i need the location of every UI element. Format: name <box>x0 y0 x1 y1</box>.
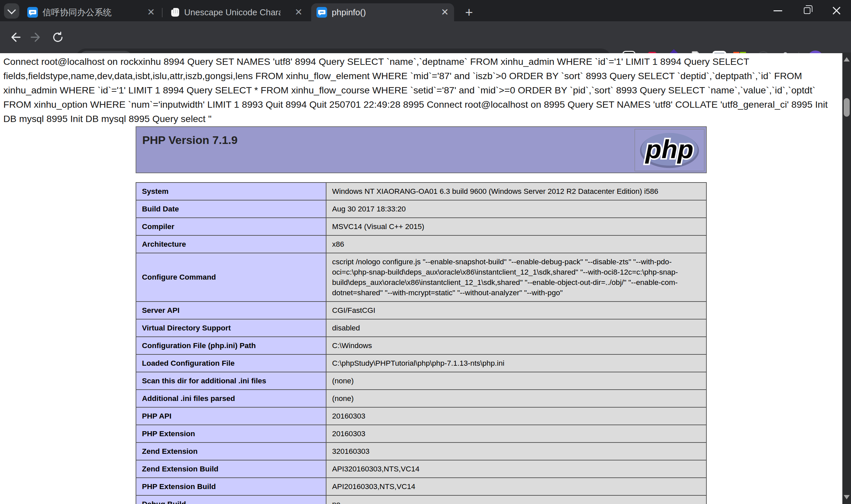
browser-toolbar: 不安全 172.22.1.18/onez3r0.php ABP 11 > Y <box>0 21 851 53</box>
info-label-cell: Compiler <box>136 218 326 235</box>
tab-search-button[interactable] <box>4 3 19 19</box>
info-value-cell: Windows NT XIAORANG-OA01 6.3 build 9600 … <box>326 182 706 200</box>
mysql-query-log: Connect root@localhost on rockxinhu 8994… <box>0 53 843 126</box>
xinhu-chat-icon <box>27 7 38 18</box>
tab-title: phpinfo() <box>332 7 366 18</box>
close-button[interactable] <box>822 0 851 21</box>
chevron-down-icon <box>7 6 16 14</box>
info-value-cell: C:\Windows <box>326 337 706 354</box>
phpinfo-container: PHP Version 7.1.9 php System Windows NT … <box>135 126 707 504</box>
reload-button[interactable] <box>51 30 65 44</box>
info-label-cell: Zend Extension Build <box>136 460 326 478</box>
tab-phpinfo[interactable]: phpinfo() ✕ <box>311 3 454 21</box>
info-value-cell: 320160303 <box>326 443 706 460</box>
new-tab-button[interactable]: + <box>461 5 477 20</box>
info-label-cell: PHP Extension <box>136 425 326 443</box>
tab-title: Unescape Unicode Characters - <box>184 7 280 18</box>
info-label-cell: PHP API <box>136 407 326 425</box>
fist-icon <box>169 7 180 18</box>
minimize-icon <box>774 10 782 11</box>
info-value-cell: cscript /nologo configure.js "--enable-s… <box>326 253 706 302</box>
restore-icon <box>804 7 811 14</box>
table-row: Loaded Configuration File C:\phpStudy\PH… <box>136 354 706 372</box>
info-label-cell: Zend Extension <box>136 443 326 460</box>
table-row: Zend Extension 320160303 <box>136 443 706 460</box>
info-value-cell: CGI/FastCGI <box>326 302 706 319</box>
info-label-cell: Debug Build <box>136 496 326 504</box>
reload-icon <box>52 31 64 43</box>
info-label-cell: Server API <box>136 302 326 319</box>
php-info-table-body: System Windows NT XIAORANG-OA01 6.3 buil… <box>136 182 706 504</box>
info-value-cell: disabled <box>326 319 706 337</box>
info-label-cell: Architecture <box>136 235 326 253</box>
restore-button[interactable] <box>793 0 822 21</box>
table-row: Virtual Directory Support disabled <box>136 319 706 337</box>
info-label-cell: Configuration File (php.ini) Path <box>136 337 326 354</box>
table-row: Scan this dir for additional .ini files … <box>136 372 706 390</box>
info-value-cell: API20160303,NTS,VC14 <box>326 478 706 496</box>
scroll-up-icon[interactable] <box>844 57 850 61</box>
close-icon <box>832 6 841 15</box>
back-icon <box>8 31 21 44</box>
info-label-cell: PHP Extension Build <box>136 478 326 496</box>
table-row: Configuration File (php.ini) Path C:\Win… <box>136 337 706 354</box>
phpinfo-header: PHP Version 7.1.9 php <box>135 126 707 173</box>
info-label-cell: Scan this dir for additional .ini files <box>136 372 326 390</box>
table-row: Compiler MSVC14 (Visual C++ 2015) <box>136 218 706 235</box>
info-value-cell: no <box>326 496 706 504</box>
page-content: Connect root@localhost on rockxinhu 8994… <box>0 53 843 504</box>
info-label-cell: System <box>136 182 326 200</box>
info-value-cell: C:\phpStudy\PHPTutorial\php\php-7.1.13-n… <box>326 354 706 372</box>
tab-close-icon[interactable]: ✕ <box>435 8 449 17</box>
table-row: Architecture x86 <box>136 235 706 253</box>
xinhu-chat-icon <box>316 7 327 18</box>
info-value-cell: MSVC14 (Visual C++ 2015) <box>326 218 706 235</box>
info-value-cell: (none) <box>326 372 706 390</box>
phpinfo-table: System Windows NT XIAORANG-OA01 6.3 buil… <box>135 182 707 504</box>
tab-title: 信呼协同办公系统 <box>42 7 112 18</box>
table-row: System Windows NT XIAORANG-OA01 6.3 buil… <box>136 182 706 200</box>
table-row: Configure Command cscript /nologo config… <box>136 253 706 302</box>
table-row: Build Date Aug 30 2017 18:33:20 <box>136 200 706 218</box>
tab-separator <box>162 8 163 17</box>
info-value-cell: (none) <box>326 390 706 407</box>
php-version-title: PHP Version 7.1.9 <box>136 127 706 147</box>
info-label-cell: Loaded Configuration File <box>136 354 326 372</box>
table-row: PHP Extension 20160303 <box>136 425 706 443</box>
scroll-down-icon[interactable] <box>844 495 850 499</box>
table-row: PHP API 20160303 <box>136 407 706 425</box>
info-value-cell: Aug 30 2017 18:33:20 <box>326 200 706 218</box>
table-row: Server API CGI/FastCGI <box>136 302 706 319</box>
table-row: Additional .ini files parsed (none) <box>136 390 706 407</box>
table-row: Zend Extension Build API320160303,NTS,VC… <box>136 460 706 478</box>
php-logo-text: php <box>645 134 693 164</box>
info-value-cell: 20160303 <box>326 407 706 425</box>
info-label-cell: Virtual Directory Support <box>136 319 326 337</box>
vertical-scrollbar[interactable] <box>843 53 851 504</box>
tab-xinhu-oa[interactable]: 信呼协同办公系统 ✕ <box>22 3 160 21</box>
php-logo: php <box>635 129 704 171</box>
scrollbar-thumb[interactable] <box>844 98 850 117</box>
tab-close-icon[interactable]: ✕ <box>289 8 303 17</box>
back-button[interactable] <box>7 30 22 44</box>
window-controls <box>763 0 851 21</box>
info-value-cell: 20160303 <box>326 425 706 443</box>
tab-close-icon[interactable]: ✕ <box>141 8 155 17</box>
info-label-cell: Additional .ini files parsed <box>136 390 326 407</box>
info-value-cell: x86 <box>326 235 706 253</box>
minimize-button[interactable] <box>763 0 793 21</box>
tab-strip: 信呼协同办公系统 ✕ Unescape Unicode Characters -… <box>0 0 851 21</box>
info-label-cell: Build Date <box>136 200 326 218</box>
info-value-cell: API320160303,NTS,VC14 <box>326 460 706 478</box>
info-label-cell: Configure Command <box>136 253 326 302</box>
forward-button[interactable] <box>29 30 44 44</box>
table-row: Debug Build no <box>136 496 706 504</box>
table-row: PHP Extension Build API20160303,NTS,VC14 <box>136 478 706 496</box>
forward-icon <box>30 31 43 44</box>
tab-unescape-unicode[interactable]: Unescape Unicode Characters - ✕ <box>164 3 308 21</box>
